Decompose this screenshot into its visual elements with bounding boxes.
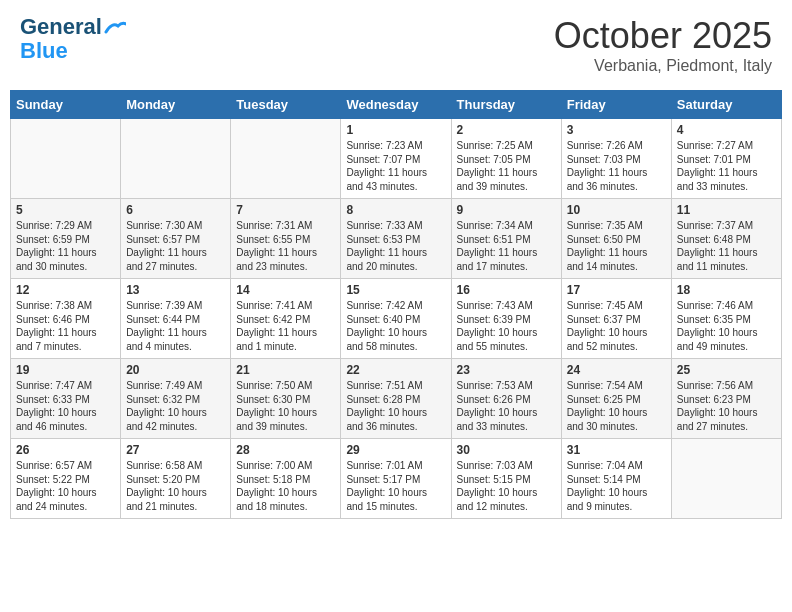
calendar-cell: 9Sunrise: 7:34 AM Sunset: 6:51 PM Daylig… — [451, 199, 561, 279]
calendar-cell: 28Sunrise: 7:00 AM Sunset: 5:18 PM Dayli… — [231, 439, 341, 519]
day-number: 15 — [346, 283, 445, 297]
day-number: 12 — [16, 283, 115, 297]
calendar-cell: 8Sunrise: 7:33 AM Sunset: 6:53 PM Daylig… — [341, 199, 451, 279]
day-info: Sunrise: 7:47 AM Sunset: 6:33 PM Dayligh… — [16, 379, 115, 433]
calendar-cell: 19Sunrise: 7:47 AM Sunset: 6:33 PM Dayli… — [11, 359, 121, 439]
calendar-week-row: 12Sunrise: 7:38 AM Sunset: 6:46 PM Dayli… — [11, 279, 782, 359]
day-info: Sunrise: 7:25 AM Sunset: 7:05 PM Dayligh… — [457, 139, 556, 193]
day-number: 6 — [126, 203, 225, 217]
month-title: October 2025 — [554, 15, 772, 57]
calendar-cell: 11Sunrise: 7:37 AM Sunset: 6:48 PM Dayli… — [671, 199, 781, 279]
calendar-cell: 23Sunrise: 7:53 AM Sunset: 6:26 PM Dayli… — [451, 359, 561, 439]
page-header: General Blue October 2025 Verbania, Pied… — [10, 10, 782, 80]
calendar-cell: 29Sunrise: 7:01 AM Sunset: 5:17 PM Dayli… — [341, 439, 451, 519]
calendar-week-row: 1Sunrise: 7:23 AM Sunset: 7:07 PM Daylig… — [11, 119, 782, 199]
day-number: 30 — [457, 443, 556, 457]
day-number: 28 — [236, 443, 335, 457]
day-info: Sunrise: 7:49 AM Sunset: 6:32 PM Dayligh… — [126, 379, 225, 433]
day-info: Sunrise: 7:30 AM Sunset: 6:57 PM Dayligh… — [126, 219, 225, 273]
day-info: Sunrise: 7:33 AM Sunset: 6:53 PM Dayligh… — [346, 219, 445, 273]
weekday-header: Thursday — [451, 91, 561, 119]
day-info: Sunrise: 7:03 AM Sunset: 5:15 PM Dayligh… — [457, 459, 556, 513]
weekday-header: Friday — [561, 91, 671, 119]
day-info: Sunrise: 7:50 AM Sunset: 6:30 PM Dayligh… — [236, 379, 335, 433]
day-info: Sunrise: 6:58 AM Sunset: 5:20 PM Dayligh… — [126, 459, 225, 513]
day-number: 4 — [677, 123, 776, 137]
logo-text: General — [20, 15, 126, 39]
day-number: 17 — [567, 283, 666, 297]
day-info: Sunrise: 7:01 AM Sunset: 5:17 PM Dayligh… — [346, 459, 445, 513]
calendar-cell: 16Sunrise: 7:43 AM Sunset: 6:39 PM Dayli… — [451, 279, 561, 359]
day-info: Sunrise: 7:23 AM Sunset: 7:07 PM Dayligh… — [346, 139, 445, 193]
day-info: Sunrise: 7:37 AM Sunset: 6:48 PM Dayligh… — [677, 219, 776, 273]
day-info: Sunrise: 7:42 AM Sunset: 6:40 PM Dayligh… — [346, 299, 445, 353]
day-info: Sunrise: 7:56 AM Sunset: 6:23 PM Dayligh… — [677, 379, 776, 433]
day-number: 29 — [346, 443, 445, 457]
day-info: Sunrise: 7:51 AM Sunset: 6:28 PM Dayligh… — [346, 379, 445, 433]
calendar-cell: 2Sunrise: 7:25 AM Sunset: 7:05 PM Daylig… — [451, 119, 561, 199]
weekday-header: Sunday — [11, 91, 121, 119]
logo: General Blue — [20, 15, 126, 63]
day-info: Sunrise: 7:29 AM Sunset: 6:59 PM Dayligh… — [16, 219, 115, 273]
calendar-cell: 18Sunrise: 7:46 AM Sunset: 6:35 PM Dayli… — [671, 279, 781, 359]
day-info: Sunrise: 7:45 AM Sunset: 6:37 PM Dayligh… — [567, 299, 666, 353]
calendar-cell: 6Sunrise: 7:30 AM Sunset: 6:57 PM Daylig… — [121, 199, 231, 279]
calendar-week-row: 19Sunrise: 7:47 AM Sunset: 6:33 PM Dayli… — [11, 359, 782, 439]
day-number: 27 — [126, 443, 225, 457]
calendar-cell: 22Sunrise: 7:51 AM Sunset: 6:28 PM Dayli… — [341, 359, 451, 439]
calendar-cell: 14Sunrise: 7:41 AM Sunset: 6:42 PM Dayli… — [231, 279, 341, 359]
day-number: 31 — [567, 443, 666, 457]
location: Verbania, Piedmont, Italy — [554, 57, 772, 75]
day-info: Sunrise: 7:27 AM Sunset: 7:01 PM Dayligh… — [677, 139, 776, 193]
day-info: Sunrise: 7:35 AM Sunset: 6:50 PM Dayligh… — [567, 219, 666, 273]
day-number: 16 — [457, 283, 556, 297]
day-number: 19 — [16, 363, 115, 377]
day-info: Sunrise: 7:04 AM Sunset: 5:14 PM Dayligh… — [567, 459, 666, 513]
day-number: 1 — [346, 123, 445, 137]
day-number: 11 — [677, 203, 776, 217]
weekday-header: Tuesday — [231, 91, 341, 119]
day-info: Sunrise: 6:57 AM Sunset: 5:22 PM Dayligh… — [16, 459, 115, 513]
day-number: 21 — [236, 363, 335, 377]
calendar-cell — [231, 119, 341, 199]
day-number: 20 — [126, 363, 225, 377]
calendar-cell: 30Sunrise: 7:03 AM Sunset: 5:15 PM Dayli… — [451, 439, 561, 519]
day-number: 10 — [567, 203, 666, 217]
day-number: 8 — [346, 203, 445, 217]
calendar-cell: 3Sunrise: 7:26 AM Sunset: 7:03 PM Daylig… — [561, 119, 671, 199]
logo-blue: Blue — [20, 39, 126, 63]
calendar-cell: 10Sunrise: 7:35 AM Sunset: 6:50 PM Dayli… — [561, 199, 671, 279]
calendar-cell: 1Sunrise: 7:23 AM Sunset: 7:07 PM Daylig… — [341, 119, 451, 199]
title-block: October 2025 Verbania, Piedmont, Italy — [554, 15, 772, 75]
day-info: Sunrise: 7:26 AM Sunset: 7:03 PM Dayligh… — [567, 139, 666, 193]
day-number: 7 — [236, 203, 335, 217]
day-info: Sunrise: 7:00 AM Sunset: 5:18 PM Dayligh… — [236, 459, 335, 513]
day-number: 22 — [346, 363, 445, 377]
day-info: Sunrise: 7:46 AM Sunset: 6:35 PM Dayligh… — [677, 299, 776, 353]
calendar-cell: 7Sunrise: 7:31 AM Sunset: 6:55 PM Daylig… — [231, 199, 341, 279]
day-number: 25 — [677, 363, 776, 377]
day-info: Sunrise: 7:39 AM Sunset: 6:44 PM Dayligh… — [126, 299, 225, 353]
calendar-cell: 5Sunrise: 7:29 AM Sunset: 6:59 PM Daylig… — [11, 199, 121, 279]
calendar-cell: 15Sunrise: 7:42 AM Sunset: 6:40 PM Dayli… — [341, 279, 451, 359]
day-info: Sunrise: 7:34 AM Sunset: 6:51 PM Dayligh… — [457, 219, 556, 273]
day-info: Sunrise: 7:38 AM Sunset: 6:46 PM Dayligh… — [16, 299, 115, 353]
day-number: 23 — [457, 363, 556, 377]
calendar-cell: 31Sunrise: 7:04 AM Sunset: 5:14 PM Dayli… — [561, 439, 671, 519]
day-number: 3 — [567, 123, 666, 137]
day-info: Sunrise: 7:41 AM Sunset: 6:42 PM Dayligh… — [236, 299, 335, 353]
calendar-cell — [11, 119, 121, 199]
day-info: Sunrise: 7:43 AM Sunset: 6:39 PM Dayligh… — [457, 299, 556, 353]
day-number: 26 — [16, 443, 115, 457]
calendar-table: SundayMondayTuesdayWednesdayThursdayFrid… — [10, 90, 782, 519]
calendar-week-row: 26Sunrise: 6:57 AM Sunset: 5:22 PM Dayli… — [11, 439, 782, 519]
weekday-header: Monday — [121, 91, 231, 119]
day-info: Sunrise: 7:31 AM Sunset: 6:55 PM Dayligh… — [236, 219, 335, 273]
calendar-cell: 12Sunrise: 7:38 AM Sunset: 6:46 PM Dayli… — [11, 279, 121, 359]
calendar-cell: 26Sunrise: 6:57 AM Sunset: 5:22 PM Dayli… — [11, 439, 121, 519]
day-number: 14 — [236, 283, 335, 297]
calendar-cell: 17Sunrise: 7:45 AM Sunset: 6:37 PM Dayli… — [561, 279, 671, 359]
calendar-cell: 27Sunrise: 6:58 AM Sunset: 5:20 PM Dayli… — [121, 439, 231, 519]
calendar-cell: 4Sunrise: 7:27 AM Sunset: 7:01 PM Daylig… — [671, 119, 781, 199]
day-number: 2 — [457, 123, 556, 137]
